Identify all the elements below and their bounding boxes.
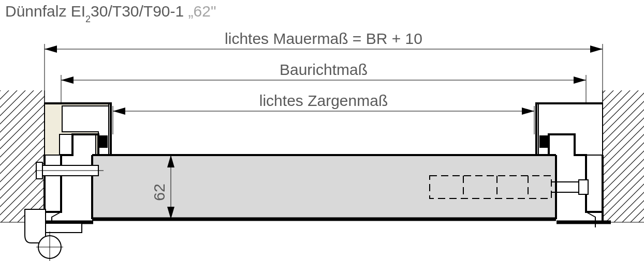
diagram-svg: lichtes Mauermaß = BR + 10 Baurichtmaß l…: [0, 0, 644, 261]
svg-marker-4: [590, 45, 603, 53]
dim-inner-label: lichtes Zargenmaß: [259, 92, 388, 109]
dimension-outer: lichtes Mauermaß = BR + 10: [45, 30, 603, 90]
svg-marker-9: [574, 76, 586, 84]
svg-rect-30: [46, 223, 82, 233]
wall-right: [603, 90, 644, 222]
dim-outer-label: lichtes Mauermaß = BR + 10: [225, 30, 422, 47]
dim-middle-label: Baurichtmaß: [280, 61, 368, 78]
svg-rect-20: [603, 90, 644, 222]
dim-thickness-label: 62: [151, 183, 168, 201]
seal-left: [98, 135, 108, 148]
svg-marker-3: [45, 45, 57, 53]
svg-marker-13: [113, 108, 125, 115]
seal-right: [539, 135, 549, 148]
wall-left: [0, 90, 45, 222]
svg-rect-17: [0, 90, 45, 222]
svg-marker-14: [522, 108, 534, 115]
svg-marker-8: [61, 76, 74, 84]
svg-rect-37: [579, 180, 588, 194]
dimension-inner: lichtes Zargenmaß: [113, 92, 534, 134]
